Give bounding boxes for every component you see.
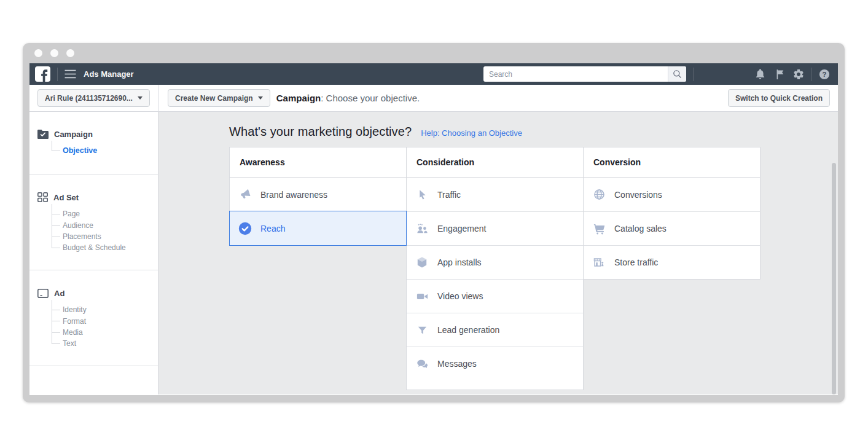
help-choosing-objective-link[interactable]: Help: Choosing an Objective [421, 128, 522, 138]
objective-table: Awareness Brand awareness Reach [229, 147, 761, 390]
objective-option-store-traffic[interactable]: Store traffic [584, 245, 760, 279]
cursor-icon [415, 188, 429, 202]
sidebar-section-ad: Ad Identity Format Media Text [29, 270, 158, 366]
window-titlebar [23, 43, 845, 63]
switch-to-quick-creation-button[interactable]: Switch to Quick Creation [728, 89, 830, 107]
step-subtitle: : Choose your objective. [321, 93, 420, 103]
sidebar-item-placements[interactable]: Placements [52, 231, 158, 242]
sidebar-item-format[interactable]: Format [52, 315, 158, 326]
objective-option-reach-selected[interactable]: Reach [229, 211, 407, 246]
account-selector-area: Ari Rule (241135712690... [29, 85, 158, 111]
sidebar-item-label: Format [63, 317, 86, 326]
objective-option-catalog-sales[interactable]: Catalog sales [584, 211, 760, 245]
nav-divider [693, 68, 694, 81]
objective-option-brand-awareness[interactable]: Brand awareness [230, 178, 406, 211]
megaphone-icon [238, 188, 252, 202]
sidebar-item-label: Placements [63, 232, 101, 241]
breadcrumb: Campaign: Choose your objective. [276, 93, 420, 103]
flag-icon[interactable] [774, 69, 784, 80]
check-circle-icon [238, 222, 252, 235]
objective-option-messages[interactable]: Messages [407, 347, 583, 380]
objective-option-label: Messages [437, 359, 477, 369]
vertical-scrollbar-thumb[interactable] [832, 163, 836, 394]
column-conversion: Conversion Conversions Catalog sales [583, 147, 760, 280]
app-title: Ads Manager [84, 69, 134, 79]
step-title: Campaign [276, 93, 321, 103]
main-content: What's your marketing objective? Help: C… [158, 112, 838, 394]
funnel-icon [415, 323, 429, 337]
chat-bubbles-icon [415, 357, 429, 370]
objective-option-label: Reach [260, 224, 285, 233]
account-selector-label: Ari Rule (241135712690... [45, 94, 133, 103]
svg-text:?: ? [823, 70, 827, 77]
nav-divider [811, 68, 812, 81]
objective-option-traffic[interactable]: Traffic [407, 178, 583, 211]
toolbar: Ari Rule (241135712690... Create New Cam… [29, 85, 838, 112]
objective-option-label: Video views [437, 291, 483, 301]
sidebar-item-media[interactable]: Media [52, 327, 158, 338]
settings-gear-icon[interactable] [792, 68, 805, 80]
app-window: Ads Manager [23, 43, 845, 402]
sidebar-item-budget-schedule[interactable]: Budget & Schedule [52, 242, 158, 253]
search-box [483, 66, 686, 82]
objective-option-video-views[interactable]: Video views [407, 279, 583, 313]
objective-option-engagement[interactable]: Engagement [407, 211, 583, 245]
sidebar-item-page[interactable]: Page [52, 208, 158, 219]
sidebar-item-identity[interactable]: Identity [52, 304, 158, 315]
sidebar-item-label: Text [63, 339, 76, 348]
objective-option-label: Traffic [437, 190, 461, 200]
objective-option-label: Store traffic [614, 257, 658, 267]
column-awareness: Awareness Brand awareness Reach [229, 147, 407, 246]
sidebar-item-label: Page [63, 210, 80, 218]
column-header: Conversion [584, 147, 760, 178]
screen-icon [37, 289, 49, 298]
sidebar-item-label: Identity [63, 305, 87, 314]
switch-to-quick-creation-label: Switch to Quick Creation [735, 94, 823, 103]
nav-divider [57, 68, 58, 81]
search-input[interactable] [483, 66, 668, 82]
video-camera-icon [415, 289, 429, 303]
sidebar-item-label: Budget & Schedule [63, 243, 126, 252]
sidebar-item-audience[interactable]: Audience [52, 219, 158, 230]
cart-icon [592, 222, 606, 235]
sidebar-item-label: Audience [63, 221, 93, 230]
campaign-folder-check-icon [37, 130, 49, 139]
page-title: What's your marketing objective? [229, 125, 412, 139]
caret-down-icon [258, 96, 263, 100]
sidebar-item-objective[interactable]: Objective [52, 145, 158, 156]
sidebar-section-ad-set: Ad Set Page Audience Placements Budget &… [29, 174, 158, 270]
column-consideration: Consideration Traffic Engagement [406, 147, 584, 390]
sidebar-campaign-label: Campaign [54, 130, 93, 139]
window-close-button[interactable] [34, 49, 42, 57]
window-content: Ads Manager [29, 63, 838, 395]
column-header: Awareness [230, 147, 406, 178]
objective-option-lead-generation[interactable]: Lead generation [407, 313, 583, 347]
facebook-logo-icon[interactable] [35, 66, 50, 82]
sidebar-divider [29, 366, 158, 366]
globe-icon [592, 188, 606, 202]
cube-icon [415, 256, 429, 269]
create-new-campaign-button[interactable]: Create New Campaign [168, 89, 270, 107]
grid-icon [37, 192, 48, 202]
column-header: Consideration [407, 147, 583, 178]
sidebar-section-campaign: Campaign Objective [29, 112, 158, 174]
storefront-icon [592, 256, 606, 269]
window-zoom-button[interactable] [66, 49, 74, 57]
account-selector-button[interactable]: Ari Rule (241135712690... [37, 89, 150, 107]
sidebar-item-text[interactable]: Text [52, 338, 158, 349]
objective-option-label: Catalog sales [614, 224, 667, 233]
objective-option-label: App installs [437, 257, 482, 267]
window-minimize-button[interactable] [50, 49, 58, 57]
objective-option-conversions[interactable]: Conversions [584, 178, 760, 211]
hamburger-menu-icon[interactable] [65, 69, 76, 79]
objective-option-label: Conversions [614, 190, 662, 200]
campaign-structure-sidebar: Campaign Objective Ad Set Page Audience [29, 112, 158, 394]
create-new-campaign-label: Create New Campaign [175, 94, 253, 103]
objective-option-label: Brand awareness [260, 190, 327, 200]
objective-option-app-installs[interactable]: App installs [407, 245, 583, 279]
search-submit-button[interactable] [668, 66, 686, 82]
help-question-icon[interactable]: ? [819, 69, 830, 80]
top-navbar: Ads Manager [29, 63, 838, 85]
sidebar-ad-set-label: Ad Set [53, 193, 79, 202]
notifications-bell-icon[interactable] [754, 68, 766, 80]
